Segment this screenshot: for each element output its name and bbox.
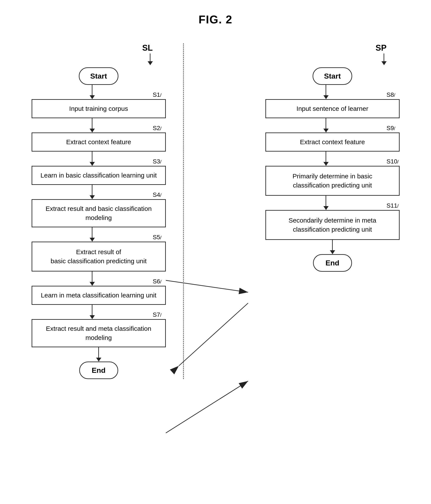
step-s3-label: S3/ bbox=[153, 158, 162, 165]
step-s9-label: S9/ bbox=[387, 125, 395, 132]
step-s4-box: Extract result and basic classification … bbox=[32, 199, 166, 227]
flow-divider bbox=[183, 43, 184, 379]
left-start-oval: Start bbox=[79, 67, 118, 85]
step-s11-label: S11/ bbox=[387, 202, 399, 209]
step-s8-label: S8/ bbox=[387, 91, 395, 98]
step-s2-label: S2/ bbox=[153, 125, 162, 132]
left-end-oval: End bbox=[79, 361, 118, 379]
step-s5-label: S5/ bbox=[153, 234, 162, 241]
step-s6-box: Learn in meta classification learning un… bbox=[32, 286, 166, 305]
svg-line-4 bbox=[166, 381, 248, 433]
sp-label: SP bbox=[376, 43, 387, 53]
step-s5-box: Extract result of basic classification p… bbox=[32, 242, 166, 271]
step-s8-box: Input sentence of learner bbox=[265, 99, 400, 118]
right-start-oval: Start bbox=[313, 67, 352, 85]
right-flow: SP Start S8/ Input sentence of learner bbox=[265, 43, 400, 379]
step-s3-box: Learn in basic classification learning u… bbox=[32, 166, 166, 185]
step-s9-box: Extract context feature bbox=[265, 133, 400, 152]
fig-title: FIG. 2 bbox=[198, 13, 232, 26]
sl-label: SL bbox=[142, 43, 153, 53]
step-s7-label: S7/ bbox=[153, 311, 162, 318]
step-s7-box: Extract result and meta classification m… bbox=[32, 319, 166, 347]
step-s6-label: S6/ bbox=[153, 278, 162, 285]
right-end-oval: End bbox=[313, 254, 352, 272]
step-s11-box: Secondarily determine in meta classifica… bbox=[265, 210, 400, 240]
step-s10-label: S10/ bbox=[387, 158, 399, 165]
step-s2-box: Extract context feature bbox=[32, 133, 166, 152]
left-flow: SL Start S1/ bbox=[32, 43, 166, 379]
step-s4-label: S4/ bbox=[153, 191, 162, 198]
step-s1-label: S1/ bbox=[153, 91, 162, 98]
step-s1-box: Input training corpus bbox=[32, 99, 166, 118]
step-s10-box: Primarily determine in basic classificat… bbox=[265, 166, 400, 196]
